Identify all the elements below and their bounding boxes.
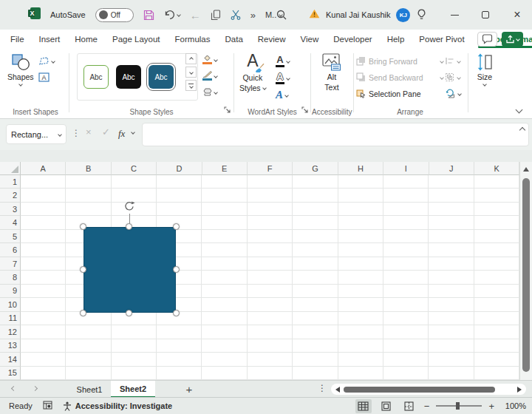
row-header[interactable]: 4 <box>0 216 21 229</box>
column-header-i[interactable]: I <box>383 162 429 175</box>
formula-bar-handle[interactable]: ⋮ <box>72 128 81 138</box>
row-header[interactable]: 9 <box>0 285 21 298</box>
zoom-slider[interactable] <box>436 405 482 407</box>
zoom-level[interactable]: 100% <box>501 401 526 410</box>
new-sheet-button[interactable]: + <box>180 381 198 398</box>
resize-handle-s[interactable] <box>126 310 132 316</box>
text-effects-button[interactable]: A <box>276 89 288 101</box>
shape-rotate-handle[interactable] <box>123 200 135 215</box>
tab-help[interactable]: Help <box>380 30 412 49</box>
selected-rectangle-shape[interactable] <box>83 227 176 313</box>
text-outline-button[interactable]: A <box>276 72 290 84</box>
horizontal-scrollbar-thumb[interactable] <box>344 387 495 393</box>
insert-function-button[interactable]: fx <box>118 128 125 140</box>
gallery-more-button[interactable] <box>185 80 197 91</box>
shape-effects-button[interactable] <box>202 87 217 97</box>
avatar[interactable]: KJ <box>396 8 410 22</box>
tab-data[interactable]: Data <box>218 30 250 49</box>
tab-insert[interactable]: Insert <box>32 30 68 49</box>
gallery-down-button[interactable] <box>185 67 197 78</box>
accessibility-status[interactable]: Accessibility: Investigate <box>63 401 172 411</box>
formula-input[interactable] <box>142 123 529 146</box>
tab-power-pivot[interactable]: Power Pivot <box>412 30 471 49</box>
row-header[interactable]: 6 <box>0 243 21 257</box>
copy-button[interactable] <box>211 10 221 21</box>
maximize-button[interactable] <box>473 0 498 30</box>
column-header-k[interactable]: K <box>474 162 519 175</box>
autosave-toggle[interactable]: Off <box>95 8 134 22</box>
undo-dropdown-icon[interactable] <box>177 13 181 17</box>
minimize-button[interactable] <box>442 0 467 30</box>
row-header[interactable]: 11 <box>0 312 21 325</box>
page-layout-view-button[interactable] <box>378 399 395 413</box>
search-button[interactable] <box>276 10 287 23</box>
tab-developer[interactable]: Developer <box>326 30 379 49</box>
tab-page-layout[interactable]: Page Layout <box>105 30 168 49</box>
row-header[interactable]: 10 <box>0 298 21 311</box>
macro-record-icon[interactable] <box>43 401 52 411</box>
resize-handle-nw[interactable] <box>80 223 86 230</box>
ribbon-collapse-button[interactable] <box>516 106 523 114</box>
row-header[interactable]: 3 <box>0 203 21 216</box>
sheet-tab-sheet1[interactable]: Sheet1 <box>68 381 111 398</box>
column-header-g[interactable]: G <box>293 162 338 175</box>
tips-button[interactable] <box>417 9 426 24</box>
tab-view[interactable]: View <box>293 30 327 49</box>
column-header-f[interactable]: F <box>248 162 293 175</box>
column-header-c[interactable]: C <box>112 162 157 175</box>
vertical-scrollbar-thumb[interactable] <box>522 178 530 372</box>
row-header[interactable]: 1 <box>0 175 21 189</box>
tab-home[interactable]: Home <box>67 30 105 49</box>
size-button[interactable]: Size <box>471 53 498 86</box>
resize-handle-n[interactable] <box>126 223 132 230</box>
shape-style-preview-2[interactable]: Abc <box>116 65 141 89</box>
tab-formulas[interactable]: Formulas <box>168 30 218 49</box>
resize-handle-sw[interactable] <box>80 310 86 316</box>
rotate-button[interactable] <box>445 88 461 99</box>
column-header-j[interactable]: J <box>429 162 474 175</box>
sheet-tab-sheet2[interactable]: Sheet2 <box>111 381 155 398</box>
row-header[interactable]: 2 <box>0 189 21 202</box>
scroll-right-icon[interactable] <box>517 387 522 393</box>
column-header-h[interactable]: H <box>338 162 383 175</box>
shape-fill-button[interactable] <box>202 55 217 64</box>
column-header-e[interactable]: E <box>202 162 248 175</box>
horizontal-scrollbar[interactable] <box>331 384 526 395</box>
row-header[interactable]: 12 <box>0 325 21 339</box>
resize-handle-e[interactable] <box>173 266 180 273</box>
text-box-button[interactable]: A <box>38 72 50 82</box>
share-button[interactable] <box>502 32 523 47</box>
close-button[interactable]: × <box>505 0 530 30</box>
row-header[interactable]: 14 <box>0 353 21 366</box>
undo-button[interactable] <box>164 10 180 20</box>
column-header-a[interactable]: A <box>21 162 66 175</box>
resize-handle-se[interactable] <box>173 310 180 316</box>
select-all-button[interactable] <box>0 162 21 175</box>
account-button[interactable]: Kunal Jai Kaushik KJ <box>309 0 410 30</box>
text-fill-button[interactable]: A <box>276 55 290 67</box>
alt-text-button[interactable]: Alt Text <box>313 53 350 92</box>
zoom-out-button[interactable]: − <box>424 401 430 412</box>
edit-shape-button[interactable] <box>38 56 55 66</box>
shapes-button[interactable]: Shapes <box>7 53 34 86</box>
resize-handle-ne[interactable] <box>173 223 180 230</box>
save-button[interactable] <box>143 10 154 21</box>
row-header[interactable]: 8 <box>0 271 21 284</box>
quick-styles-button[interactable]: A Quick Styles <box>239 52 266 92</box>
shape-outline-button[interactable] <box>202 71 217 81</box>
zoom-in-button[interactable]: + <box>488 401 494 412</box>
shape-style-preview-1[interactable]: Abc <box>83 65 109 89</box>
row-header[interactable]: 13 <box>0 339 21 353</box>
cut-button[interactable] <box>231 10 241 20</box>
row-header[interactable]: 15 <box>0 367 21 380</box>
vertical-scrollbar[interactable] <box>519 162 532 380</box>
column-header-b[interactable]: B <box>66 162 111 175</box>
sheet-menu-button[interactable]: ⋮ <box>318 383 327 393</box>
sheet-next-button[interactable] <box>33 386 38 391</box>
sheet-prev-button[interactable] <box>11 386 16 391</box>
shape-style-preview-3-selected[interactable]: Abc <box>149 65 174 89</box>
name-box[interactable]: Rectang... <box>6 124 66 144</box>
row-header[interactable]: 7 <box>0 257 21 271</box>
zoom-slider-thumb[interactable] <box>456 402 460 410</box>
tab-review[interactable]: Review <box>250 30 293 49</box>
